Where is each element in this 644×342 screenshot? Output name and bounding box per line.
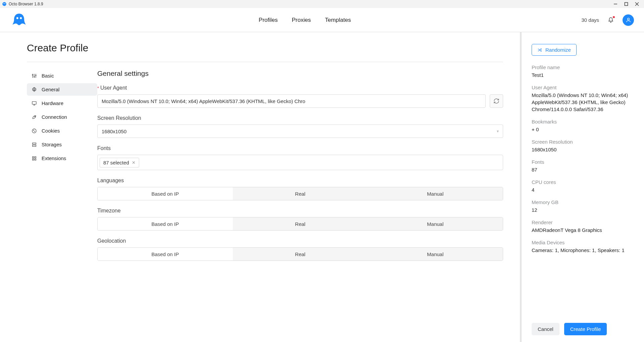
sidebar-item-label: Storages <box>42 142 62 147</box>
fonts-input[interactable]: 87 selected ✕ <box>97 155 503 170</box>
summary-label: Renderer <box>532 219 634 225</box>
summary-renderer: AMDRadeonT Vega 8 Graphics <box>532 227 634 234</box>
nav-templates[interactable]: Templates <box>325 17 351 23</box>
sidebar-item-label: Basic <box>42 73 54 79</box>
app-icon <box>2 2 7 6</box>
window-minimize-button[interactable] <box>613 2 618 6</box>
window-maximize-button[interactable] <box>624 2 629 6</box>
svg-point-1 <box>3 3 4 4</box>
sidebar-item-label: Cookies <box>42 128 60 134</box>
summary-label: Screen Resolution <box>532 139 634 145</box>
user-agent-input[interactable] <box>97 94 486 108</box>
sidebar-item-basic[interactable]: Basic <box>27 69 97 82</box>
summary-cpu-cores: 4 <box>532 186 634 193</box>
sidebar-item-hardware[interactable]: Hardware <box>27 97 97 109</box>
cancel-button[interactable]: Cancel <box>532 323 559 335</box>
languages-label: Languages <box>97 178 503 184</box>
rocket-icon <box>32 114 37 120</box>
summary-memory: 12 <box>532 206 634 213</box>
summary-label: Media Devices <box>532 240 634 245</box>
page-title: Create Profile <box>27 42 503 62</box>
storage-icon <box>32 142 37 147</box>
geolocation-option-based-on-ip[interactable]: Based on IP <box>98 248 233 260</box>
refresh-user-agent-button[interactable] <box>490 94 503 108</box>
sidebar-item-general[interactable]: General <box>27 83 97 96</box>
sidebar-item-extensions[interactable]: Extensions <box>27 152 97 164</box>
refresh-icon <box>493 98 499 104</box>
screen-resolution-label: Screen Resolution <box>97 115 503 121</box>
sliders-icon <box>32 73 37 79</box>
window-close-button[interactable] <box>635 2 639 6</box>
create-profile-button[interactable]: Create Profile <box>564 323 607 335</box>
sidebar-item-label: Extensions <box>42 155 66 161</box>
svg-point-20 <box>35 116 35 117</box>
timezone-segmented: Based on IP Real Manual <box>97 217 503 231</box>
svg-point-15 <box>35 75 36 76</box>
svg-point-13 <box>32 75 33 76</box>
screen-resolution-select[interactable]: 1680x1050 ▾ <box>97 125 503 138</box>
summary-screen-resolution: 1680x1050 <box>532 146 634 153</box>
summary-label: Memory GB <box>532 199 634 205</box>
timezone-option-real[interactable]: Real <box>233 217 368 230</box>
svg-rect-24 <box>33 143 36 144</box>
sidebar-item-label: General <box>42 87 59 92</box>
tag-remove-button[interactable]: ✕ <box>132 160 136 165</box>
languages-option-manual[interactable]: Manual <box>368 187 503 200</box>
account-button[interactable] <box>623 14 634 26</box>
svg-rect-26 <box>33 156 34 158</box>
summary-label: Profile name <box>532 64 634 70</box>
svg-rect-28 <box>33 159 34 160</box>
profile-summary-panel: Randomize Profile name Test1 User Agent … <box>522 32 644 342</box>
timezone-option-manual[interactable]: Manual <box>368 217 503 230</box>
languages-segmented: Based on IP Real Manual <box>97 187 503 200</box>
sidebar-item-cookies[interactable]: Cookies <box>27 125 97 137</box>
geolocation-segmented: Based on IP Real Manual <box>97 247 503 261</box>
summary-label: User Agent <box>532 85 634 90</box>
svg-rect-29 <box>35 159 36 160</box>
grid-icon <box>32 156 37 161</box>
cookie-icon <box>32 128 37 134</box>
shuffle-icon <box>537 48 542 52</box>
desktop-icon <box>32 101 37 106</box>
user-agent-label: * User Agent <box>97 85 503 91</box>
fonts-tag: 87 selected ✕ <box>100 158 139 167</box>
summary-label: Bookmarks <box>532 119 634 125</box>
languages-option-real[interactable]: Real <box>233 187 368 200</box>
svg-point-9 <box>627 18 629 20</box>
days-remaining: 30 days <box>581 17 599 23</box>
window-titlebar: Octo Browser 1.8.9 <box>0 0 644 8</box>
sidebar-item-label: Connection <box>42 114 67 120</box>
svg-point-23 <box>35 131 35 131</box>
summary-media-devices: Cameras: 1, Microphones: 1, Speakers: 1 <box>532 247 634 254</box>
main-nav: Profiles Proxies Templates <box>259 17 351 23</box>
general-settings-form: General settings * User Agent Screen Res… <box>97 69 503 268</box>
svg-rect-17 <box>32 101 36 104</box>
svg-point-16 <box>34 89 35 90</box>
timezone-label: Timezone <box>97 208 503 214</box>
sidebar-item-storages[interactable]: Storages <box>27 138 97 151</box>
sidebar-item-label: Hardware <box>42 100 63 106</box>
randomize-button[interactable]: Randomize <box>532 44 577 56</box>
summary-bookmarks: + 0 <box>532 126 634 133</box>
svg-point-7 <box>16 17 18 19</box>
notifications-button[interactable] <box>608 17 614 23</box>
nav-proxies[interactable]: Proxies <box>292 17 311 23</box>
fonts-label: Fonts <box>97 145 503 151</box>
app-header: Profiles Proxies Templates 30 days <box>0 8 644 32</box>
timezone-option-based-on-ip[interactable]: Based on IP <box>98 217 233 230</box>
sidebar-item-connection[interactable]: Connection <box>27 111 97 123</box>
svg-point-2 <box>5 3 5 4</box>
nav-profiles[interactable]: Profiles <box>259 17 278 23</box>
svg-point-8 <box>20 17 22 19</box>
summary-label: CPU cores <box>532 179 634 185</box>
geolocation-label: Geolocation <box>97 238 503 244</box>
geolocation-option-manual[interactable]: Manual <box>368 248 503 260</box>
geolocation-option-real[interactable]: Real <box>233 248 368 260</box>
required-icon: * <box>97 86 99 91</box>
select-value: 1680x1050 <box>102 129 126 134</box>
notification-dot-icon <box>613 16 615 18</box>
svg-point-14 <box>34 76 35 77</box>
window-title: Octo Browser 1.8.9 <box>9 2 43 6</box>
svg-rect-25 <box>33 145 36 146</box>
languages-option-based-on-ip[interactable]: Based on IP <box>98 187 233 200</box>
